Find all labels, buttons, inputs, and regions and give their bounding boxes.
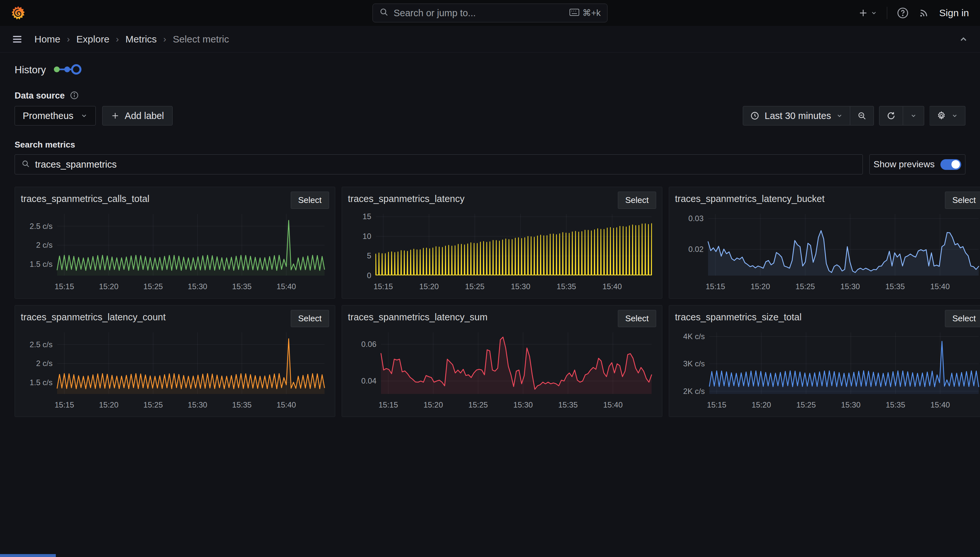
svg-text:15:25: 15:25 — [144, 282, 163, 291]
metric-panel-title: traces_spanmetrics_latency_count — [21, 310, 166, 322]
show-previews-control: Show previews — [869, 154, 965, 174]
svg-text:15:25: 15:25 — [144, 401, 163, 409]
breadcrumb-separator: › — [116, 34, 119, 44]
svg-text:1.5 c/s: 1.5 c/s — [29, 378, 52, 387]
nav-divider — [887, 7, 887, 19]
svg-text:15:35: 15:35 — [557, 282, 576, 291]
gear-icon — [936, 111, 946, 121]
select-metric-button[interactable]: Select — [618, 192, 656, 209]
svg-text:10: 10 — [363, 232, 371, 241]
breadcrumb-explore[interactable]: Explore — [76, 34, 109, 45]
svg-text:2.5 c/s: 2.5 c/s — [29, 340, 52, 349]
breadcrumb-select-metric: Select metric — [173, 34, 229, 45]
clock-icon — [750, 111, 760, 120]
search-icon — [21, 160, 30, 169]
svg-text:0: 0 — [367, 271, 371, 280]
svg-text:15:15: 15:15 — [54, 401, 74, 409]
select-metric-button[interactable]: Select — [945, 192, 980, 209]
toggle-knob — [951, 160, 960, 169]
svg-text:15:20: 15:20 — [99, 282, 118, 291]
time-range-label: Last 30 minutes — [764, 111, 831, 121]
breadcrumb-metrics[interactable]: Metrics — [125, 34, 157, 45]
collapse-chevron-up-icon[interactable] — [959, 34, 968, 44]
metric-preview-chart: 05101515:1515:2015:2515:3015:3515:40 — [348, 209, 656, 292]
svg-text:2.5 c/s: 2.5 c/s — [29, 222, 52, 231]
plus-icon — [111, 112, 119, 120]
shortcut-label: ⌘+k — [583, 8, 601, 18]
svg-text:15:15: 15:15 — [378, 401, 398, 409]
svg-text:15:40: 15:40 — [602, 282, 622, 291]
chevron-down-icon — [910, 112, 917, 119]
metric-preview-chart: 1.5 c/s2 c/s2.5 c/s15:1515:2015:2515:301… — [21, 328, 329, 411]
svg-text:0.06: 0.06 — [361, 340, 376, 349]
chevron-down-icon — [836, 112, 843, 119]
zoom-out-button[interactable] — [850, 106, 874, 125]
svg-text:15: 15 — [363, 212, 371, 221]
metric-preview-chart: 0.020.0315:1515:2015:2515:3015:3515:40 — [675, 209, 980, 292]
breadcrumb-home[interactable]: Home — [34, 34, 60, 45]
zoom-out-icon — [858, 111, 866, 120]
refresh-interval-dropdown[interactable] — [903, 106, 924, 125]
breadcrumb: Home › Explore › Metrics › Select metric — [34, 34, 229, 45]
add-label-text: Add label — [125, 111, 164, 121]
svg-text:0.02: 0.02 — [688, 245, 704, 254]
show-previews-toggle[interactable] — [941, 159, 961, 170]
select-metric-button[interactable]: Select — [945, 310, 980, 327]
svg-text:15:40: 15:40 — [930, 401, 950, 409]
history-timeline-icon[interactable] — [53, 62, 83, 78]
show-previews-label: Show previews — [874, 159, 934, 169]
info-icon[interactable] — [70, 91, 78, 101]
svg-text:15:15: 15:15 — [54, 282, 74, 291]
metric-panel: traces_spanmetrics_latency_countSelect1.… — [15, 305, 335, 417]
metric-panel: traces_spanmetrics_latency_sumSelect0.04… — [342, 305, 662, 417]
svg-text:15:30: 15:30 — [511, 282, 530, 291]
svg-text:15:25: 15:25 — [796, 401, 816, 409]
grafana-logo[interactable] — [11, 6, 25, 20]
add-label-button[interactable]: Add label — [102, 106, 173, 125]
data-source-picker[interactable]: Prometheus — [15, 106, 96, 125]
svg-text:15:20: 15:20 — [751, 282, 770, 291]
metric-preview-chart: 1.5 c/s2 c/s2.5 c/s15:1515:2015:2515:301… — [21, 209, 329, 292]
metric-panel: traces_spanmetrics_latency_bucketSelect0… — [669, 187, 980, 299]
metric-preview-chart: 0.040.0615:1515:2015:2515:3015:3515:40 — [348, 328, 656, 411]
svg-text:15:25: 15:25 — [468, 401, 488, 409]
svg-text:0.03: 0.03 — [688, 214, 704, 223]
settings-button[interactable] — [929, 106, 965, 125]
chevron-down-icon — [951, 112, 958, 119]
svg-text:15:30: 15:30 — [188, 401, 207, 409]
global-search-input[interactable]: Search or jump to... ⌘+k — [372, 3, 608, 22]
menu-toggle-icon[interactable] — [12, 34, 23, 45]
news-rss-icon[interactable] — [918, 7, 929, 18]
svg-text:15:25: 15:25 — [465, 282, 485, 291]
svg-text:15:25: 15:25 — [795, 282, 815, 291]
metric-panel: traces_spanmetrics_calls_totalSelect1.5 … — [15, 187, 335, 299]
sign-in-button[interactable]: Sign in — [939, 7, 969, 18]
keyboard-icon — [570, 8, 579, 18]
svg-text:15:40: 15:40 — [276, 401, 296, 409]
metrics-search-input[interactable] — [35, 159, 856, 170]
global-search-placeholder: Search or jump to... — [394, 8, 564, 18]
select-metric-button[interactable]: Select — [291, 192, 329, 209]
refresh-button[interactable] — [879, 106, 903, 125]
svg-text:15:30: 15:30 — [188, 282, 207, 291]
select-metric-button[interactable]: Select — [291, 310, 329, 327]
svg-text:15:35: 15:35 — [558, 401, 578, 409]
metric-preview-chart: 2K c/s3K c/s4K c/s15:1515:2015:2515:3015… — [675, 328, 980, 411]
time-range-picker[interactable]: Last 30 minutes — [743, 106, 850, 125]
svg-text:15:40: 15:40 — [930, 282, 950, 291]
svg-text:15:30: 15:30 — [840, 282, 860, 291]
search-icon — [379, 7, 389, 19]
svg-text:15:15: 15:15 — [706, 282, 725, 291]
top-navigation-bar: Search or jump to... ⌘+k Sign in — [0, 0, 980, 26]
svg-text:15:35: 15:35 — [232, 401, 252, 409]
svg-text:1.5 c/s: 1.5 c/s — [29, 260, 52, 269]
svg-text:0.04: 0.04 — [361, 376, 376, 385]
svg-text:15:40: 15:40 — [603, 401, 623, 409]
data-source-value: Prometheus — [23, 111, 74, 121]
add-new-button[interactable] — [858, 8, 877, 18]
select-metric-button[interactable]: Select — [618, 310, 656, 327]
metric-panel-title: traces_spanmetrics_calls_total — [21, 192, 150, 204]
search-metrics-label: Search metrics — [15, 140, 965, 150]
metrics-search-field[interactable] — [15, 154, 863, 174]
help-icon[interactable] — [897, 7, 909, 19]
